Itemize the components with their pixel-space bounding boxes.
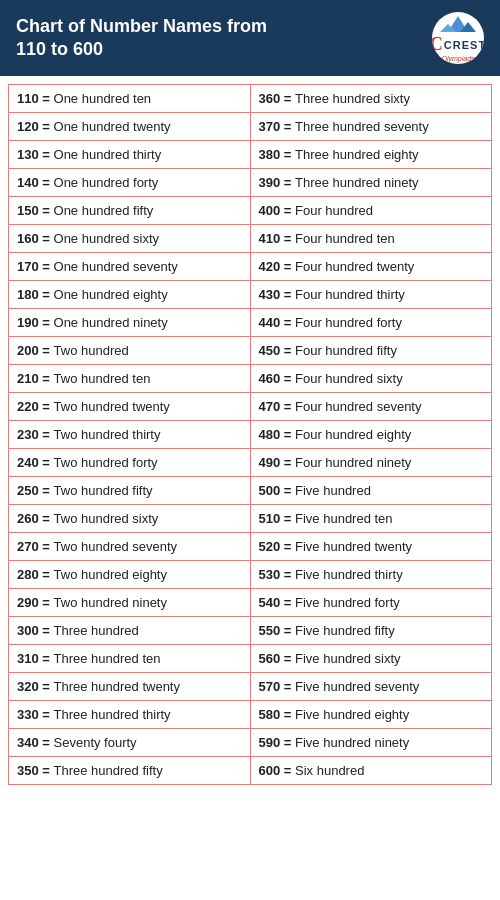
table-row: 340 = Seventy fourty590 = Five hundred n… [9,729,492,757]
table-cell: 240 = Two hundred forty [9,449,251,477]
logo: C CREST Olympiads [432,12,484,64]
table-cell: 230 = Two hundred thirty [9,421,251,449]
page-header: Chart of Number Names from 110 to 600 C … [0,0,500,76]
table-row: 320 = Three hundred twenty570 = Five hun… [9,673,492,701]
table-cell: 200 = Two hundred [9,337,251,365]
table-cell: 210 = Two hundred ten [9,365,251,393]
table-cell: 440 = Four hundred forty [250,309,492,337]
table-row: 250 = Two hundred fifty500 = Five hundre… [9,477,492,505]
table-cell: 460 = Four hundred sixty [250,365,492,393]
table-cell: 600 = Six hundred [250,757,492,785]
table-cell: 120 = One hundred twenty [9,113,251,141]
logo-brand: CREST [444,39,484,51]
table-cell: 390 = Three hundred ninety [250,169,492,197]
table-row: 310 = Three hundred ten560 = Five hundre… [9,645,492,673]
table-cell: 300 = Three hundred [9,617,251,645]
table-cell: 140 = One hundred forty [9,169,251,197]
table-cell: 330 = Three hundred thirty [9,701,251,729]
table-cell: 220 = Two hundred twenty [9,393,251,421]
table-cell: 280 = Two hundred eighty [9,561,251,589]
logo-mountain-icon [438,14,478,34]
table-cell: 540 = Five hundred forty [250,589,492,617]
table-cell: 570 = Five hundred seventy [250,673,492,701]
table-row: 120 = One hundred twenty370 = Three hund… [9,113,492,141]
table-cell: 170 = One hundred seventy [9,253,251,281]
table-row: 200 = Two hundred450 = Four hundred fift… [9,337,492,365]
table-row: 150 = One hundred fifty400 = Four hundre… [9,197,492,225]
table-cell: 420 = Four hundred twenty [250,253,492,281]
table-container: 110 = One hundred ten360 = Three hundred… [0,76,500,793]
table-cell: 550 = Five hundred fifty [250,617,492,645]
table-cell: 130 = One hundred thirty [9,141,251,169]
table-cell: 500 = Five hundred [250,477,492,505]
table-row: 220 = Two hundred twenty470 = Four hundr… [9,393,492,421]
table-row: 170 = One hundred seventy420 = Four hund… [9,253,492,281]
table-cell: 450 = Four hundred fifty [250,337,492,365]
table-row: 160 = One hundred sixty410 = Four hundre… [9,225,492,253]
table-row: 260 = Two hundred sixty510 = Five hundre… [9,505,492,533]
logo-letter: C [432,34,443,55]
number-names-table: 110 = One hundred ten360 = Three hundred… [8,84,492,785]
table-cell: 290 = Two hundred ninety [9,589,251,617]
table-cell: 160 = One hundred sixty [9,225,251,253]
table-row: 180 = One hundred eighty430 = Four hundr… [9,281,492,309]
table-cell: 150 = One hundred fifty [9,197,251,225]
table-row: 270 = Two hundred seventy520 = Five hund… [9,533,492,561]
table-row: 330 = Three hundred thirty580 = Five hun… [9,701,492,729]
table-cell: 180 = One hundred eighty [9,281,251,309]
table-cell: 510 = Five hundred ten [250,505,492,533]
table-cell: 320 = Three hundred twenty [9,673,251,701]
table-cell: 190 = One hundred ninety [9,309,251,337]
table-cell: 360 = Three hundred sixty [250,85,492,113]
table-cell: 470 = Four hundred seventy [250,393,492,421]
table-row: 280 = Two hundred eighty530 = Five hundr… [9,561,492,589]
table-row: 230 = Two hundred thirty480 = Four hundr… [9,421,492,449]
table-cell: 260 = Two hundred sixty [9,505,251,533]
table-cell: 520 = Five hundred twenty [250,533,492,561]
table-row: 290 = Two hundred ninety540 = Five hundr… [9,589,492,617]
table-cell: 560 = Five hundred sixty [250,645,492,673]
table-row: 130 = One hundred thirty380 = Three hund… [9,141,492,169]
table-row: 350 = Three hundred fifty600 = Six hundr… [9,757,492,785]
table-cell: 310 = Three hundred ten [9,645,251,673]
table-cell: 410 = Four hundred ten [250,225,492,253]
table-cell: 370 = Three hundred seventy [250,113,492,141]
page-title: Chart of Number Names from 110 to 600 [16,15,276,62]
logo-sub: Olympiads [441,55,474,62]
table-cell: 340 = Seventy fourty [9,729,251,757]
table-cell: 400 = Four hundred [250,197,492,225]
table-cell: 350 = Three hundred fifty [9,757,251,785]
table-cell: 250 = Two hundred fifty [9,477,251,505]
table-row: 110 = One hundred ten360 = Three hundred… [9,85,492,113]
table-cell: 530 = Five hundred thirty [250,561,492,589]
table-cell: 580 = Five hundred eighty [250,701,492,729]
table-cell: 590 = Five hundred ninety [250,729,492,757]
table-row: 140 = One hundred forty390 = Three hundr… [9,169,492,197]
table-cell: 490 = Four hundred ninety [250,449,492,477]
table-cell: 270 = Two hundred seventy [9,533,251,561]
table-row: 300 = Three hundred550 = Five hundred fi… [9,617,492,645]
table-cell: 380 = Three hundred eighty [250,141,492,169]
table-row: 190 = One hundred ninety440 = Four hundr… [9,309,492,337]
table-row: 240 = Two hundred forty490 = Four hundre… [9,449,492,477]
table-cell: 110 = One hundred ten [9,85,251,113]
table-row: 210 = Two hundred ten460 = Four hundred … [9,365,492,393]
table-cell: 430 = Four hundred thirty [250,281,492,309]
table-cell: 480 = Four hundred eighty [250,421,492,449]
